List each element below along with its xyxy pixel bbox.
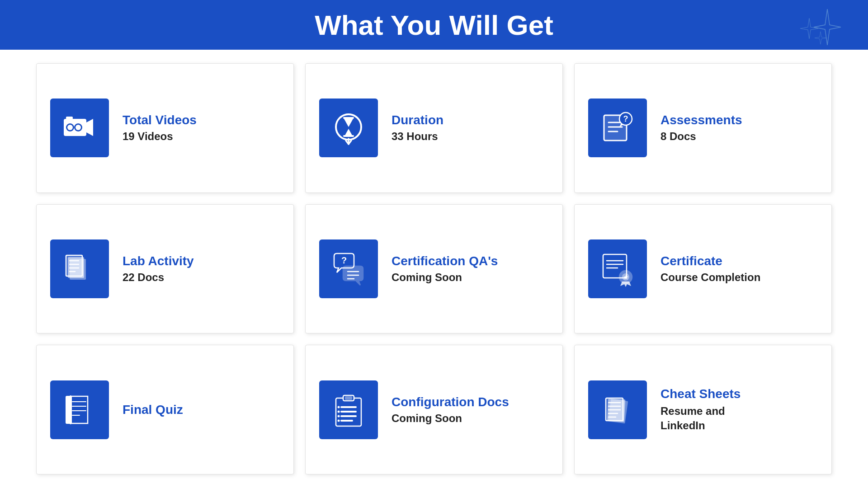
page-title: What You Will Get <box>315 9 553 41</box>
svg-rect-8 <box>343 117 354 119</box>
card-final-quiz: Final Quiz <box>36 345 294 474</box>
svg-rect-38 <box>66 396 71 423</box>
final-quiz-text: Final Quiz <box>123 403 183 417</box>
lab-icon-bg <box>50 239 109 298</box>
svg-point-50 <box>338 406 340 408</box>
configuration-docs-text: Configuration Docs Coming Soon <box>392 395 509 425</box>
lab-activity-subtitle: 22 Docs <box>123 271 194 284</box>
svg-marker-6 <box>86 119 93 136</box>
assessment-icon-bg: ? <box>588 99 647 157</box>
cheat-sheets-text: Cheat Sheets Resume andLinkedIn <box>660 387 741 432</box>
configuration-docs-title: Configuration Docs <box>392 395 509 409</box>
video-icon <box>61 110 98 146</box>
star-decoration <box>787 5 841 50</box>
card-certification-qa: ? Certification QA's Coming Soon <box>305 204 563 334</box>
certification-qa-title: Certification QA's <box>392 254 498 268</box>
certificate-icon: ★ <box>599 251 636 287</box>
certificate-text: Certificate Course Completion <box>660 254 760 284</box>
qa-icon-bg: ? <box>319 239 378 298</box>
svg-rect-48 <box>340 415 357 417</box>
card-total-videos: Total Videos 19 Videos <box>36 63 294 193</box>
quiz-icon-bg <box>50 380 109 439</box>
svg-rect-5 <box>66 117 73 119</box>
config-icon <box>330 392 367 428</box>
certification-qa-text: Certification QA's Coming Soon <box>392 254 498 284</box>
svg-rect-49 <box>340 420 353 422</box>
svg-point-51 <box>338 410 340 413</box>
card-lab-activity: Lab Activity 22 Docs <box>36 204 294 334</box>
clock-icon-bg <box>319 99 378 157</box>
svg-point-52 <box>338 415 340 417</box>
lab-icon <box>61 251 98 287</box>
svg-point-53 <box>338 419 340 422</box>
certificate-title: Certificate <box>660 254 760 268</box>
assessments-subtitle: 8 Docs <box>660 130 742 143</box>
clock-icon <box>330 110 367 146</box>
svg-text:?: ? <box>341 255 347 265</box>
duration-subtitle: 33 Hours <box>392 130 443 143</box>
card-cheat-sheets: Cheat Sheets Resume andLinkedIn <box>574 345 832 474</box>
total-videos-subtitle: 19 Videos <box>123 130 197 143</box>
config-icon-bg <box>319 380 378 439</box>
quiz-icon <box>61 392 98 428</box>
qa-icon: ? <box>330 251 367 287</box>
assessments-title: Assessments <box>660 113 742 127</box>
card-duration: Duration 33 Hours <box>305 63 563 193</box>
certificate-icon-bg: ★ <box>588 239 647 298</box>
video-icon-bg <box>50 99 109 157</box>
duration-text: Duration 33 Hours <box>392 113 443 143</box>
assessment-icon: ? <box>599 110 636 146</box>
svg-point-2 <box>67 125 73 130</box>
cheatsheet-icon-bg <box>588 380 647 439</box>
certificate-subtitle: Course Completion <box>660 271 760 284</box>
duration-title: Duration <box>392 113 443 127</box>
cards-grid: Total Videos 19 Videos Duration 33 Hours <box>0 50 868 488</box>
lab-activity-title: Lab Activity <box>123 254 194 268</box>
svg-rect-45 <box>345 396 352 400</box>
cheatsheet-icon <box>599 392 636 428</box>
total-videos-title: Total Videos <box>123 113 197 127</box>
svg-text:?: ? <box>623 114 628 123</box>
card-assessments: ? Assessments 8 Docs <box>574 63 832 193</box>
assessments-text: Assessments 8 Docs <box>660 113 742 143</box>
card-configuration-docs: Configuration Docs Coming Soon <box>305 345 563 474</box>
svg-rect-47 <box>340 411 357 413</box>
page-header: What You Will Get <box>0 0 868 50</box>
cheat-sheets-subtitle: Resume andLinkedIn <box>660 404 741 432</box>
configuration-docs-subtitle: Coming Soon <box>392 412 509 425</box>
total-videos-text: Total Videos 19 Videos <box>123 113 197 143</box>
card-certificate: ★ Certificate Course Completion <box>574 204 832 334</box>
certification-qa-subtitle: Coming Soon <box>392 271 498 284</box>
svg-text:★: ★ <box>623 274 628 281</box>
svg-point-4 <box>75 125 81 130</box>
svg-rect-21 <box>66 255 82 276</box>
lab-activity-text: Lab Activity 22 Docs <box>123 254 194 284</box>
cheat-sheets-title: Cheat Sheets <box>660 387 741 401</box>
final-quiz-title: Final Quiz <box>123 403 183 417</box>
svg-rect-46 <box>340 406 357 408</box>
